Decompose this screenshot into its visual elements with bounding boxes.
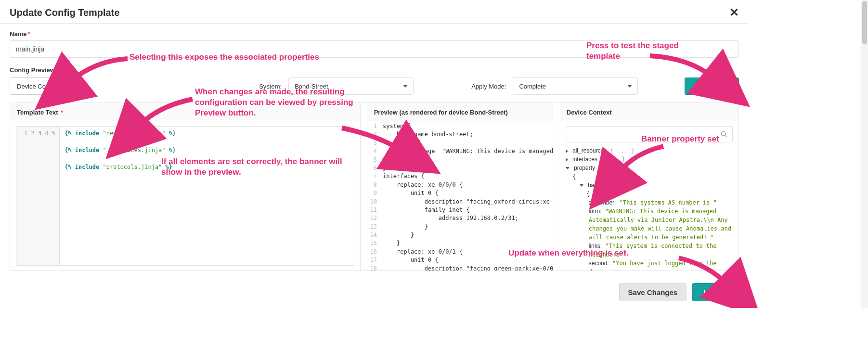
close-icon[interactable]: ✕: [729, 7, 739, 18]
name-input[interactable]: [10, 40, 739, 58]
apply-mode-select[interactable]: Complete: [513, 77, 638, 95]
three-column-layout: Template Text * 1 2 3 4 5 {% include "ne…: [10, 103, 739, 271]
code-lines: system { host-name bond-street; login { …: [381, 121, 553, 270]
preview-panel: Preview (as rendered for device Bond-Str…: [367, 103, 553, 270]
apply-mode-select-value: Complete: [519, 83, 546, 90]
device-context-header: Device Context: [560, 103, 738, 121]
template-text-editor[interactable]: 1 2 3 4 5 {% include "new_system.jinja" …: [16, 126, 354, 266]
preview-toolbar: Device Context System: Bond-Street Apply…: [10, 77, 739, 95]
device-context-panel: Device Context all_resources { ... } int…: [560, 103, 738, 270]
save-changes-button[interactable]: Save Changes: [619, 283, 687, 301]
template-text-header: Template Text *: [10, 103, 360, 121]
modal-footer: Save Changes Update: [0, 276, 749, 308]
search-icon: [721, 131, 727, 138]
preview-output: 1 2 3 4 5 6 7 8 9 10 11 12 13 14 15 16 1…: [367, 121, 553, 270]
modal: Update Config Template ✕ Name* Config Pr…: [0, 0, 749, 308]
line-number-gutter: 1 2 3 4 5 6 7 8 9 10 11 12 13 14 15 16 1…: [367, 121, 381, 270]
required-asterisk: *: [27, 30, 30, 38]
preview-header: Preview (as rendered for device Bond-Str…: [367, 103, 553, 121]
preview-button[interactable]: Preview: [685, 77, 739, 95]
chevron-down-icon: [403, 85, 407, 88]
context-tree[interactable]: all_resources { ... } interfaces { ... }…: [566, 146, 733, 270]
modal-body: Name* Config Preview Device Context Syst…: [0, 24, 749, 271]
required-asterisk: *: [61, 109, 63, 116]
scrollbar-track[interactable]: [861, 0, 868, 308]
chevron-down-icon: [628, 85, 632, 88]
scrollbar-thumb[interactable]: [862, 1, 867, 44]
name-label-text: Name: [10, 30, 26, 38]
update-button[interactable]: Update: [692, 283, 739, 301]
code-lines: {% include "new_system.jinja" %} {% incl…: [60, 127, 181, 265]
config-preview-label: Config Preview: [10, 66, 739, 74]
device-context-button[interactable]: Device Context: [10, 77, 66, 95]
line-number-gutter: 1 2 3 4 5: [16, 127, 60, 265]
system-label: System:: [259, 83, 282, 90]
name-label: Name*: [10, 30, 739, 38]
system-select-value: Bond-Street: [295, 83, 328, 90]
system-select[interactable]: Bond-Street: [288, 77, 414, 95]
modal-header: Update Config Template ✕: [0, 0, 749, 24]
preview-button-label: Preview: [704, 82, 730, 90]
svg-point-0: [721, 131, 725, 136]
apply-mode-label: Apply Mode:: [471, 83, 506, 90]
context-search-input[interactable]: [566, 126, 733, 142]
play-icon: [694, 83, 700, 90]
svg-line-1: [725, 135, 727, 137]
template-text-label: Template Text: [17, 109, 58, 116]
template-text-panel: Template Text * 1 2 3 4 5 {% include "ne…: [10, 103, 361, 270]
page-title: Update Config Template: [10, 7, 120, 18]
